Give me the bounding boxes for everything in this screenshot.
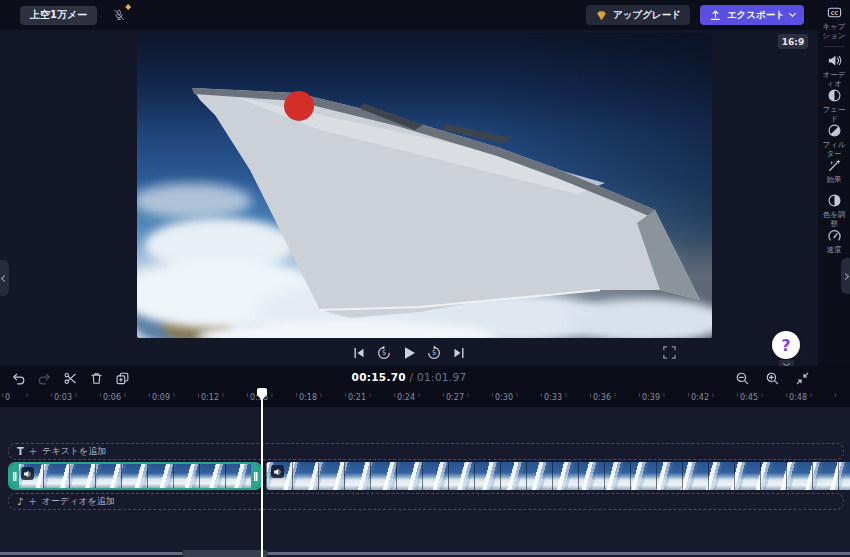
speaker-icon bbox=[827, 53, 842, 68]
clip-audio-icon[interactable] bbox=[271, 465, 284, 478]
ruler-label: 0:45 bbox=[740, 393, 758, 402]
speed-gauge-icon bbox=[827, 228, 842, 243]
time-display: 00:15.70 / 01:01.97 bbox=[0, 371, 818, 383]
video-clip-2[interactable] bbox=[266, 462, 850, 490]
playback-controls: 5 5 bbox=[0, 342, 818, 364]
plus-icon: + bbox=[28, 496, 36, 507]
ruler-label: 0:30 bbox=[495, 393, 513, 402]
sidebar-item-color-adjust[interactable]: 色を調整 bbox=[818, 193, 850, 228]
zoom-out-icon bbox=[735, 371, 750, 386]
clip-thumbnails bbox=[17, 464, 253, 488]
sidebar-item-audio[interactable]: オーディオ bbox=[818, 53, 850, 88]
ruler-label: 0:24 bbox=[397, 393, 415, 402]
export-icon bbox=[709, 9, 722, 22]
fullscreen-button[interactable] bbox=[659, 342, 679, 362]
ruler-label: 0:12 bbox=[201, 393, 219, 402]
add-text-label: テキストを追加 bbox=[42, 445, 106, 458]
timeline-ruler[interactable]: 0 0:03 0:06 0:09 0:12 0:15 0:18 0:21 0:2… bbox=[0, 390, 850, 407]
current-time: 00:15.70 bbox=[352, 371, 406, 383]
project-title-button[interactable]: 上空1万メー bbox=[20, 6, 97, 25]
total-duration: 01:01.97 bbox=[417, 371, 466, 383]
chevron-down-icon bbox=[789, 10, 796, 17]
ruler-label: 0:09 bbox=[152, 393, 170, 402]
playhead[interactable] bbox=[261, 388, 263, 557]
sidebar-item-captions[interactable]: CC キャプション bbox=[818, 5, 850, 40]
zoom-tools-group bbox=[730, 369, 814, 387]
text-icon: T bbox=[17, 446, 24, 457]
svg-text:CC: CC bbox=[830, 10, 838, 16]
forward-5s-button[interactable]: 5 bbox=[423, 343, 445, 363]
zoom-in-button[interactable] bbox=[760, 369, 784, 387]
cc-icon: CC bbox=[827, 5, 842, 20]
sidebar-label: 色を調整 bbox=[819, 210, 849, 228]
timeline-scrollbar[interactable] bbox=[0, 552, 850, 555]
zoom-in-icon bbox=[765, 371, 780, 386]
ruler-label: 0:48 bbox=[789, 393, 807, 402]
sidebar-item-effects[interactable]: 効果 bbox=[818, 158, 850, 184]
add-audio-label: オーディオを追加 bbox=[42, 495, 115, 508]
zoom-fit-button[interactable] bbox=[790, 369, 814, 387]
sidebar-label: キャプション bbox=[819, 22, 849, 40]
sidebar-divider bbox=[823, 46, 845, 47]
skip-start-button[interactable] bbox=[348, 343, 370, 363]
sidebar-item-fade[interactable]: フェード bbox=[818, 88, 850, 123]
diamond-gem-icon bbox=[595, 9, 608, 22]
add-audio-track[interactable]: ♪ + オーディオを追加 bbox=[8, 493, 844, 510]
contrast-icon bbox=[827, 193, 842, 208]
video-preview[interactable] bbox=[137, 33, 712, 338]
chevron-left-icon bbox=[1, 274, 8, 281]
sidebar-label: 効果 bbox=[819, 175, 849, 184]
rewind-5s-button[interactable]: 5 bbox=[373, 343, 395, 363]
magic-wand-icon bbox=[827, 158, 842, 173]
preview-stage: 16:9 bbox=[0, 30, 818, 366]
ruler-label: 0:18 bbox=[299, 393, 317, 402]
export-label: エクスポート bbox=[727, 9, 785, 22]
chevron-right-icon bbox=[842, 272, 849, 279]
ruler-label: 0:06 bbox=[103, 393, 121, 402]
aspect-ratio-badge[interactable]: 16:9 bbox=[778, 34, 808, 49]
upgrade-button[interactable]: アップグレード bbox=[586, 5, 690, 25]
fullscreen-icon bbox=[662, 345, 677, 360]
video-clip-1[interactable] bbox=[8, 462, 262, 490]
help-button[interactable]: ? bbox=[772, 331, 800, 359]
ruler-label: 0 bbox=[5, 393, 10, 402]
ruler-label: 0:27 bbox=[446, 393, 464, 402]
timeline-toolbar: 00:15.70 / 01:01.97 bbox=[0, 366, 850, 390]
zoom-out-button[interactable] bbox=[730, 369, 754, 387]
sidebar-label: オーディオ bbox=[819, 70, 849, 88]
collapse-left-panel-tab[interactable] bbox=[0, 260, 9, 296]
properties-sidebar: CC キャプション オーディオ フェード フィルター bbox=[818, 0, 850, 366]
mic-off-icon bbox=[113, 7, 125, 23]
export-button[interactable]: エクスポート bbox=[700, 5, 804, 25]
airplane-wing bbox=[137, 33, 712, 338]
timeline-tracks: T + テキストを追加 ♪ + オーディオ bbox=[0, 407, 850, 557]
collapse-right-panel-tab[interactable] bbox=[841, 258, 850, 294]
fade-icon bbox=[827, 88, 842, 103]
trim-handle-right[interactable] bbox=[251, 464, 260, 488]
sidebar-label: 速度 bbox=[819, 245, 849, 254]
svg-text:5: 5 bbox=[382, 349, 386, 357]
plus-icon: + bbox=[29, 446, 37, 457]
fit-to-screen-icon bbox=[795, 371, 810, 386]
play-button[interactable] bbox=[398, 343, 420, 363]
clip-thumbnails bbox=[266, 462, 850, 490]
sidebar-label: フィルター bbox=[819, 140, 849, 158]
timeline: 00:15.70 / 01:01.97 0 0:03 0:06 0:09 bbox=[0, 366, 850, 557]
add-text-track[interactable]: T + テキストを追加 bbox=[8, 443, 844, 460]
trim-handle-left[interactable] bbox=[10, 464, 19, 488]
ruler-label: 0:42 bbox=[691, 393, 709, 402]
sidebar-item-speed[interactable]: 速度 bbox=[818, 228, 850, 254]
timeline-scrollbar-thumb[interactable] bbox=[182, 550, 268, 557]
sidebar-label: フェード bbox=[819, 105, 849, 123]
svg-text:5: 5 bbox=[432, 349, 436, 357]
ruler-label: 0:39 bbox=[642, 393, 660, 402]
filter-icon bbox=[827, 123, 842, 138]
sidebar-item-filters[interactable]: フィルター bbox=[818, 123, 850, 158]
clip-audio-icon[interactable] bbox=[21, 467, 34, 480]
ruler-label: 0:33 bbox=[544, 393, 562, 402]
mic-off-button[interactable] bbox=[107, 4, 131, 26]
top-bar: 上空1万メー アップグレード エクスポート bbox=[0, 0, 818, 30]
ruler-label: 0:21 bbox=[348, 393, 366, 402]
skip-end-button[interactable] bbox=[448, 343, 470, 363]
ruler-label: 0:36 bbox=[593, 393, 611, 402]
